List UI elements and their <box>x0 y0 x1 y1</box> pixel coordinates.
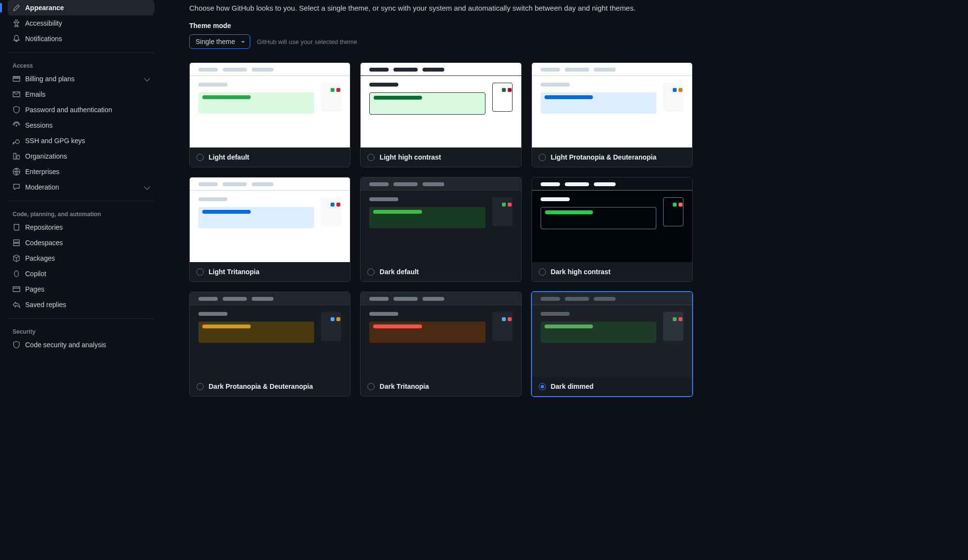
broadcast-icon <box>13 121 20 129</box>
sidebar-item-codespaces[interactable]: Codespaces <box>8 235 154 251</box>
reply-icon <box>13 301 20 309</box>
theme-card-dark-hc[interactable]: Dark high contrast <box>531 177 693 282</box>
theme-label: Light default <box>209 153 249 161</box>
sidebar-item-enterprises[interactable]: Enterprises <box>8 164 154 179</box>
section-security-title: Security <box>8 324 154 337</box>
theme-card-light-pd[interactable]: Light Protanopia & Deuteranopia <box>531 62 693 167</box>
sidebar-item-label: Organizations <box>25 152 67 160</box>
sidebar-item-label: Emails <box>25 90 45 98</box>
sidebar-item-appearance[interactable]: Appearance <box>8 0 154 15</box>
theme-radio[interactable] <box>367 268 375 276</box>
sidebar-item-pages[interactable]: Pages <box>8 281 154 297</box>
mail-icon <box>13 90 20 98</box>
sidebar-item-label: Appearance <box>25 4 64 12</box>
divider <box>8 52 154 53</box>
sidebar-item-code-security-and-analysis[interactable]: Code security and analysis <box>8 337 154 353</box>
browser-icon <box>13 285 20 293</box>
sidebar-item-accessibility[interactable]: Accessibility <box>8 15 154 31</box>
sidebar-item-label: Packages <box>25 254 55 262</box>
sidebar-item-billing-and-plans[interactable]: Billing and plans <box>8 71 154 87</box>
theme-card-dark-default[interactable]: Dark default <box>360 177 521 282</box>
sidebar-item-moderation[interactable]: Moderation <box>8 179 154 195</box>
theme-footer: Dark dimmed <box>532 377 692 396</box>
theme-card-light-tri[interactable]: Light Tritanopia <box>189 177 350 282</box>
codespaces-icon <box>13 239 20 247</box>
theme-card-light-default[interactable]: Light default <box>189 62 350 167</box>
repo-icon <box>13 223 20 231</box>
theme-card-dark-tri[interactable]: Dark Tritanopia <box>360 292 521 397</box>
key-icon <box>13 137 20 145</box>
section-code-title: Code, planning, and automation <box>8 207 154 220</box>
theme-label: Light Tritanopia <box>209 268 259 276</box>
sidebar-item-emails[interactable]: Emails <box>8 87 154 102</box>
theme-preview <box>532 177 692 262</box>
copilot-icon <box>13 270 20 278</box>
sidebar-item-ssh-and-gpg-keys[interactable]: SSH and GPG keys <box>8 133 154 148</box>
appearance-description: Choose how GitHub looks to you. Select a… <box>189 4 693 12</box>
sidebar-item-label: Password and authentication <box>25 106 112 114</box>
globe-icon <box>13 168 20 176</box>
theme-footer: Light Tritanopia <box>190 262 350 281</box>
settings-sidebar: AppearanceAccessibilityNotifications Acc… <box>0 0 162 560</box>
theme-radio[interactable] <box>539 154 546 161</box>
sidebar-item-label: Pages <box>25 285 45 293</box>
paintbrush-icon <box>13 4 20 12</box>
package-icon <box>13 254 20 262</box>
theme-preview <box>532 63 692 147</box>
theme-radio[interactable] <box>367 154 375 161</box>
divider <box>8 318 154 319</box>
sidebar-item-password-and-authentication[interactable]: Password and authentication <box>8 102 154 118</box>
theme-preview <box>361 63 521 147</box>
theme-footer: Dark Tritanopia <box>361 377 521 396</box>
theme-preview <box>532 292 692 377</box>
sidebar-item-sessions[interactable]: Sessions <box>8 118 154 133</box>
sidebar-item-packages[interactable]: Packages <box>8 251 154 266</box>
sidebar-item-label: Moderation <box>25 183 59 191</box>
theme-footer: Light default <box>190 147 350 167</box>
theme-preview <box>190 177 350 262</box>
section-access-title: Access <box>8 59 154 71</box>
theme-footer: Light high contrast <box>361 147 521 167</box>
sidebar-item-label: Billing and plans <box>25 75 75 83</box>
sidebar-item-label: Sessions <box>25 121 53 129</box>
accessibility-icon <box>13 19 20 27</box>
divider <box>8 201 154 201</box>
sidebar-item-label: Accessibility <box>25 19 62 27</box>
theme-radio[interactable] <box>539 268 546 276</box>
theme-label: Dark dimmed <box>551 383 594 390</box>
theme-footer: Dark default <box>361 262 521 281</box>
bell-icon <box>13 35 20 43</box>
theme-radio[interactable] <box>197 154 204 161</box>
organization-icon <box>13 152 20 160</box>
theme-card-dark-dimmed[interactable]: Dark dimmed <box>531 292 693 397</box>
sidebar-item-repositories[interactable]: Repositories <box>8 220 154 235</box>
sidebar-item-saved-replies[interactable]: Saved replies <box>8 297 154 312</box>
sidebar-item-notifications[interactable]: Notifications <box>8 31 154 46</box>
theme-preview <box>361 177 521 262</box>
credit-card-icon <box>13 75 20 83</box>
theme-preview <box>190 292 350 377</box>
theme-footer: Light Protanopia & Deuteranopia <box>532 147 692 167</box>
theme-radio[interactable] <box>539 383 546 390</box>
theme-grid: Light defaultLight high contrastLight Pr… <box>189 62 693 397</box>
sidebar-item-label: Repositories <box>25 223 63 231</box>
theme-radio[interactable] <box>197 383 204 390</box>
theme-radio[interactable] <box>367 383 375 390</box>
theme-label: Dark Tritanopia <box>379 383 429 390</box>
theme-label: Dark high contrast <box>551 268 611 276</box>
theme-label: Light Protanopia & Deuteranopia <box>551 153 657 161</box>
sidebar-item-label: SSH and GPG keys <box>25 137 85 145</box>
theme-label: Light high contrast <box>379 153 441 161</box>
theme-card-dark-pd[interactable]: Dark Protanopia & Deuteranopia <box>189 292 350 397</box>
theme-card-light-hc[interactable]: Light high contrast <box>360 62 521 167</box>
theme-mode-select[interactable]: Single theme <box>189 34 250 49</box>
theme-radio[interactable] <box>197 268 204 276</box>
sidebar-item-copilot[interactable]: Copilot <box>8 266 154 281</box>
shield-lock-icon <box>13 106 20 114</box>
theme-mode-label: Theme mode <box>189 22 693 29</box>
appearance-main: Choose how GitHub looks to you. Select a… <box>162 0 704 560</box>
sidebar-item-label: Copilot <box>25 270 46 278</box>
theme-label: Dark default <box>379 268 419 276</box>
sidebar-item-organizations[interactable]: Organizations <box>8 148 154 164</box>
theme-footer: Dark high contrast <box>532 262 692 281</box>
